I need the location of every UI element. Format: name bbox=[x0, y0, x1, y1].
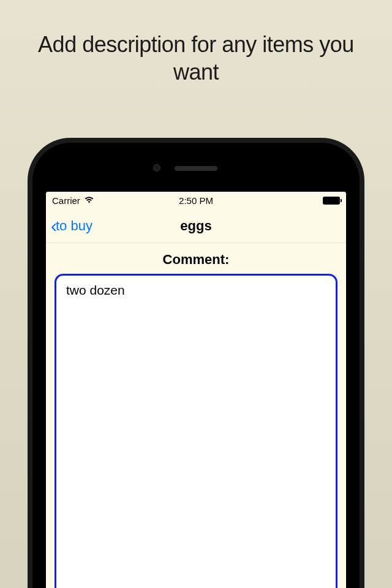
phone-frame-inner: Carrier 2:50 PM ‹ to buy eggs Comment: bbox=[32, 143, 360, 588]
nav-bar: ‹ to buy eggs bbox=[46, 209, 346, 243]
status-time: 2:50 PM bbox=[179, 195, 213, 206]
app-screen: Carrier 2:50 PM ‹ to buy eggs Comment: bbox=[46, 192, 346, 588]
nav-title: eggs bbox=[180, 218, 211, 234]
phone-frame: Carrier 2:50 PM ‹ to buy eggs Comment: bbox=[28, 138, 364, 588]
comment-section-header: Comment: bbox=[46, 243, 346, 274]
status-right bbox=[323, 197, 340, 205]
carrier-label: Carrier bbox=[52, 195, 80, 206]
status-bar: Carrier 2:50 PM bbox=[46, 192, 346, 209]
back-label: to buy bbox=[56, 218, 92, 234]
phone-camera bbox=[153, 164, 160, 172]
promo-heading: Add description for any items you want bbox=[0, 0, 392, 104]
phone-speaker bbox=[175, 166, 217, 171]
battery-icon bbox=[323, 197, 340, 205]
comment-box-wrapper bbox=[46, 274, 346, 588]
status-left: Carrier bbox=[52, 195, 94, 206]
back-button[interactable]: ‹ to buy bbox=[51, 217, 92, 235]
wifi-icon bbox=[84, 195, 94, 206]
comment-input[interactable] bbox=[55, 274, 337, 588]
